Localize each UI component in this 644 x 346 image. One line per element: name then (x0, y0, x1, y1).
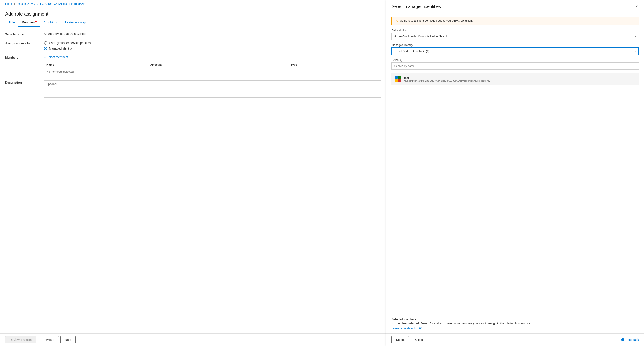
page-header: Add role assignment ··· (0, 8, 386, 19)
tab-members-label: Members (22, 21, 35, 24)
managed-identity-label: Managed identity (392, 43, 639, 47)
radio-label-user: User, group, or service principal (49, 41, 92, 45)
subscription-label: Subscription * (392, 29, 639, 32)
feedback-button[interactable]: Feedback (621, 338, 639, 341)
select-members-link[interactable]: + Select members (44, 55, 381, 59)
selected-members-label: Selected members: (392, 317, 639, 321)
sq-red (398, 79, 401, 82)
description-row: Description (5, 80, 381, 98)
breadcrumb-sep2: › (87, 2, 88, 6)
sq-green (398, 76, 401, 79)
breadcrumb-home[interactable]: Home (5, 2, 13, 6)
panel-close-icon[interactable]: × (635, 4, 639, 10)
tab-members[interactable]: Members (18, 19, 40, 27)
subscription-dropdown-wrapper: Azure Confidential Compute Ledger Test 1 (392, 33, 639, 40)
selected-role-row: Selected role Azure Service Bus Data Sen… (5, 32, 381, 36)
subscription-required: * (408, 29, 409, 32)
subscription-field: Subscription * Azure Confidential Comput… (392, 29, 639, 40)
sq-yellow (395, 79, 398, 82)
tab-conditions[interactable]: Conditions (40, 19, 61, 27)
breadcrumb-resource[interactable]: testsbns20250107T022710317Z | Access con… (17, 2, 85, 6)
main-content: Selected role Azure Service Bus Data Sen… (0, 27, 386, 333)
more-options-button[interactable]: ··· (50, 12, 54, 16)
assign-access-row: Assign access to User, group, or service… (5, 41, 381, 50)
managed-identity-dropdown[interactable]: Event Grid System Topic (1) (392, 47, 639, 55)
members-section: + Select members Name Object ID Type No … (44, 55, 381, 75)
table-row-empty: No members selected (44, 68, 381, 75)
next-button[interactable]: Next (60, 336, 76, 343)
managed-identity-dropdown-wrapper: Event Grid System Topic (1) (392, 47, 639, 55)
panel-body: ⚠ Some results might be hidden due to yo… (386, 13, 644, 314)
subscription-dropdown[interactable]: Azure Confidential Compute Ledger Test 1 (392, 33, 639, 40)
warning-text: Some results might be hidden due to your… (400, 19, 472, 22)
col-type: Type (288, 61, 381, 68)
tab-review-assign[interactable]: Review + assign (61, 19, 90, 27)
sq-blue (395, 76, 398, 79)
panel-bottom: Select Close Feedback (386, 333, 644, 346)
warning-icon: ⚠ (395, 19, 398, 23)
search-input[interactable] (392, 63, 639, 70)
select-info-icon[interactable]: i (400, 59, 403, 62)
review-assign-button[interactable]: Review + assign (5, 336, 36, 343)
select-label: Select i (392, 58, 639, 62)
rbac-link[interactable]: Learn more about RBAC (392, 327, 422, 330)
access-options: User, group, or service principal Manage… (44, 41, 381, 50)
selected-role-label: Selected role (5, 32, 44, 36)
result-info: test /subscriptions/027da7f8-2fc6-46d4-9… (404, 76, 636, 82)
panel-close-button[interactable]: Close (410, 336, 428, 343)
members-label: Members (5, 55, 44, 59)
result-item-test[interactable]: test /subscriptions/027da7f8-2fc6-46d4-9… (392, 73, 639, 85)
col-object-id: Object ID (147, 61, 288, 68)
selected-role-value: Azure Service Bus Data Sender (44, 32, 381, 36)
breadcrumb-sep1: › (14, 2, 16, 6)
feedback-icon (621, 338, 624, 341)
result-path: /subscriptions/027da7f8-2fc6-46d4-9be9-5… (404, 80, 636, 82)
identity-icon (394, 75, 402, 83)
members-table: Name Object ID Type No members selected (44, 61, 381, 75)
radio-circle-user (44, 41, 47, 45)
selected-members-desc: No members selected. Search for and add … (392, 322, 639, 325)
col-name: Name (44, 61, 147, 68)
breadcrumb: Home › testsbns20250107T022710317Z | Acc… (0, 0, 386, 8)
radio-circle-managed (44, 47, 47, 50)
select-members-text: + Select members (44, 55, 68, 59)
feedback-label: Feedback (626, 338, 639, 341)
previous-button[interactable]: Previous (38, 336, 58, 343)
assign-access-label: Assign access to (5, 41, 44, 45)
tab-role[interactable]: Role (5, 19, 18, 27)
description-value (44, 80, 381, 98)
left-panel: Home › testsbns20250107T022710317Z | Acc… (0, 0, 386, 346)
select-field: Select i (392, 58, 639, 70)
tabs: Role Members Conditions Review + assign (0, 19, 386, 27)
members-row: Members + Select members Name Object ID … (5, 55, 381, 75)
panel-bottom-left: Select Close (392, 336, 428, 343)
panel-title: Select managed identities (392, 4, 441, 9)
page-title: Add role assignment (5, 11, 48, 17)
description-label: Description (5, 80, 44, 84)
empty-message: No members selected (44, 68, 381, 75)
panel-header: Select managed identities × (386, 0, 644, 13)
bottom-bar: Review + assign Previous Next (0, 333, 386, 346)
members-dot (35, 21, 36, 22)
radio-label-managed: Managed identity (49, 47, 72, 50)
managed-identity-field: Managed identity Event Grid System Topic… (392, 43, 639, 55)
radio-group: User, group, or service principal Manage… (44, 41, 381, 50)
selected-members-section: Selected members: No members selected. S… (386, 314, 644, 333)
result-name: test (404, 76, 636, 80)
radio-managed-identity[interactable]: Managed identity (44, 47, 381, 50)
warning-banner: ⚠ Some results might be hidden due to yo… (392, 17, 639, 25)
right-panel: Select managed identities × ⚠ Some resul… (386, 0, 644, 346)
radio-user-group[interactable]: User, group, or service principal (44, 41, 381, 45)
description-textarea[interactable] (44, 80, 381, 98)
panel-select-button[interactable]: Select (392, 336, 409, 343)
